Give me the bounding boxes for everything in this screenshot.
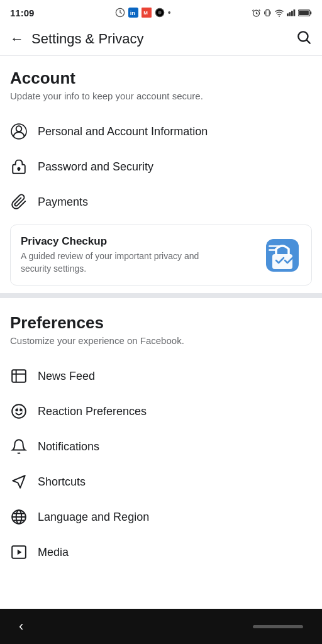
svg-rect-28: [269, 245, 280, 247]
svg-point-35: [20, 409, 22, 411]
bottom-navigation-bar: ‹: [0, 609, 322, 644]
shortcuts-icon: [10, 473, 28, 491]
privacy-card-text: Privacy Checkup A guided review of your …: [21, 235, 203, 275]
svg-point-33: [12, 404, 26, 418]
menu-label-shortcuts: Shortcuts: [38, 475, 86, 489]
svg-line-8: [252, 9, 253, 11]
svg-point-23: [16, 126, 22, 131]
privacy-checkup-illustration: [264, 236, 301, 274]
menu-item-shortcuts[interactable]: Shortcuts: [0, 464, 322, 499]
status-system-icons: [252, 8, 312, 18]
menu-label-notifications: Notifications: [38, 440, 99, 453]
reaction-icon: [10, 402, 28, 420]
menu-item-language[interactable]: Language and Region: [0, 499, 322, 535]
signal-icon: [287, 8, 296, 17]
search-button[interactable]: [296, 29, 312, 49]
account-title: Account: [10, 69, 312, 88]
menu-item-media[interactable]: Media: [0, 535, 322, 570]
menu-item-reaction[interactable]: Reaction Preferences: [0, 394, 322, 429]
menu-item-newsfeed[interactable]: News Feed: [0, 358, 322, 394]
svg-point-34: [16, 409, 18, 411]
header-left: ← Settings & Privacy: [10, 31, 144, 47]
svg-line-22: [307, 40, 310, 43]
notifications-icon: [10, 438, 28, 455]
alarm-icon: [252, 8, 261, 18]
status-bar: 11:09 in M •: [0, 0, 322, 23]
privacy-checkup-card[interactable]: Privacy Checkup A guided review of your …: [10, 225, 312, 286]
vibrate-icon: [264, 8, 272, 18]
menu-label-personal: Personal and Account Information: [38, 125, 208, 138]
preferences-title: Preferences: [10, 313, 312, 333]
menu-item-notifications[interactable]: Notifications: [0, 429, 322, 464]
account-subtitle: Update your info to keep your account se…: [10, 91, 312, 101]
preferences-section: Preferences Customize your experience on…: [0, 301, 322, 358]
payments-icon: [10, 193, 28, 211]
svg-rect-19: [310, 11, 311, 14]
media-icon: [10, 543, 28, 561]
vpn-icon: [155, 8, 165, 18]
section-divider: [0, 293, 322, 298]
home-indicator[interactable]: [253, 625, 303, 628]
password-icon: [10, 158, 28, 175]
personal-icon: [10, 123, 28, 140]
menu-label-media: Media: [38, 546, 69, 559]
menu-item-personal[interactable]: Personal and Account Information: [0, 114, 322, 149]
header-title: Settings & Privacy: [31, 31, 144, 47]
svg-rect-10: [266, 9, 269, 16]
account-section: Account Update your info to keep your ac…: [0, 56, 322, 114]
back-button[interactable]: ←: [10, 31, 24, 47]
menu-item-password[interactable]: Password and Security: [0, 149, 322, 184]
menu-label-newsfeed: News Feed: [38, 370, 95, 383]
svg-rect-30: [12, 370, 26, 382]
preferences-subtitle: Customize your experience on Facebook.: [10, 335, 312, 346]
svg-rect-20: [299, 10, 309, 14]
svg-text:M: M: [143, 10, 148, 16]
menu-label-password: Password and Security: [38, 160, 153, 174]
svg-rect-14: [287, 13, 289, 16]
svg-rect-15: [289, 12, 291, 16]
privacy-card-description: A guided review of your important privac…: [21, 250, 203, 275]
status-app-icons: in M •: [115, 8, 171, 18]
clock-app-icon: [115, 8, 125, 18]
svg-point-13: [279, 15, 280, 16]
gmail-icon: M: [142, 8, 152, 18]
svg-text:in: in: [130, 10, 135, 16]
svg-rect-16: [291, 11, 293, 16]
svg-point-6: [158, 11, 161, 14]
svg-line-9: [259, 9, 260, 11]
wifi-icon: [274, 9, 284, 17]
privacy-card-title: Privacy Checkup: [21, 235, 203, 248]
newsfeed-icon: [10, 367, 28, 385]
menu-item-payments[interactable]: Payments: [0, 184, 322, 219]
svg-rect-29: [269, 249, 277, 251]
svg-rect-17: [294, 9, 296, 16]
battery-icon: [298, 9, 312, 17]
linkedin-icon: in: [128, 8, 138, 18]
menu-label-language: Language and Region: [38, 511, 149, 524]
status-time: 11:09: [10, 8, 34, 18]
menu-label-payments: Payments: [38, 196, 88, 209]
dot-icon: •: [168, 8, 171, 18]
system-back-button[interactable]: ‹: [19, 618, 23, 635]
language-icon: [10, 508, 28, 526]
header: ← Settings & Privacy: [0, 23, 322, 56]
menu-label-reaction: Reaction Preferences: [38, 405, 147, 418]
search-icon: [296, 29, 312, 45]
svg-marker-43: [18, 550, 22, 555]
